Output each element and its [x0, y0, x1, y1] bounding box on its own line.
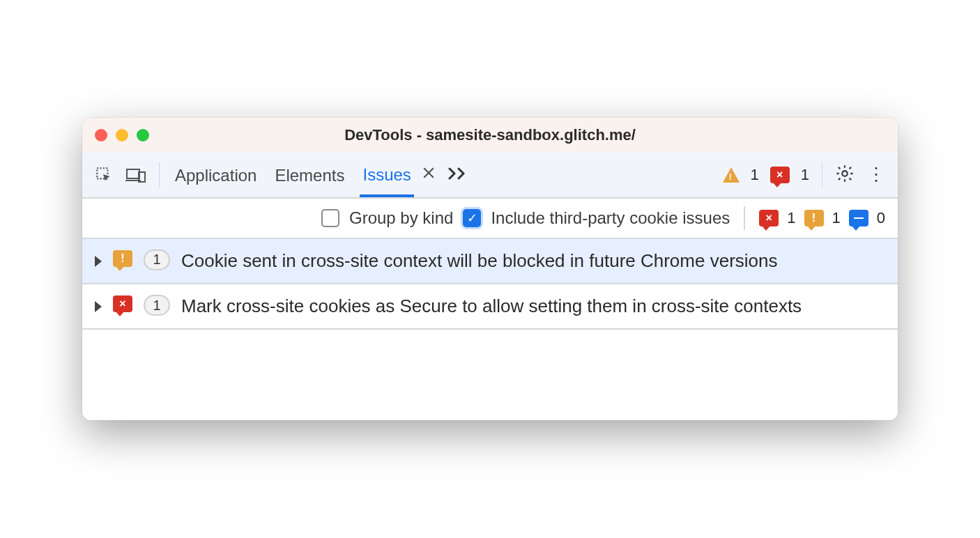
devtools-window: DevTools - samesite-sandbox.glitch.me/ A…: [82, 118, 898, 420]
info-icon: [849, 210, 868, 226]
settings-icon[interactable]: [835, 164, 855, 186]
include-third-party-checkbox[interactable]: ✓: [463, 209, 481, 227]
error-icon: ×: [759, 210, 779, 226]
tab-application[interactable]: Application: [172, 153, 259, 197]
issue-list: ! 1 Cookie sent in cross-site context wi…: [82, 239, 898, 330]
issue-counts[interactable]: 1 × 1: [723, 166, 810, 184]
filter-divider: [744, 206, 745, 230]
window-titlebar: DevTools - samesite-sandbox.glitch.me/: [82, 118, 898, 153]
devtools-toolbar: Application Elements Issues 1 × 1 ⋮: [82, 153, 898, 199]
window-maximize-button[interactable]: [137, 129, 149, 141]
group-by-kind-checkbox[interactable]: [321, 209, 339, 227]
warning-count-filter: 1: [832, 209, 841, 227]
traffic-lights: [95, 129, 149, 141]
include-third-party-label[interactable]: Include third-party cookie issues: [491, 208, 730, 228]
issue-count-pill: 1: [144, 295, 170, 316]
toolbar-divider: [159, 162, 160, 187]
issue-row[interactable]: ! 1 Cookie sent in cross-site context wi…: [82, 239, 898, 284]
warning-icon: !: [804, 210, 824, 226]
error-icon: ×: [770, 167, 790, 183]
issues-filter-bar: Group by kind ✓ Include third-party cook…: [82, 199, 898, 239]
error-count-filter: 1: [787, 209, 795, 227]
tab-elements[interactable]: Elements: [272, 153, 347, 197]
issue-severity-icon: !: [113, 250, 132, 270]
issue-row[interactable]: × 1 Mark cross-site cookies as Secure to…: [82, 284, 898, 330]
issue-title: Mark cross-site cookies as Secure to all…: [181, 294, 802, 318]
window-close-button[interactable]: [95, 129, 107, 141]
severity-counts[interactable]: × 1 ! 1 0: [759, 209, 885, 227]
toolbar-divider: [822, 162, 822, 187]
svg-rect-1: [127, 169, 139, 178]
inspect-element-icon[interactable]: [95, 166, 113, 184]
warning-icon: [723, 167, 740, 183]
window-title: DevTools - samesite-sandbox.glitch.me/: [82, 126, 898, 144]
error-count: 1: [801, 166, 809, 184]
group-by-kind-label[interactable]: Group by kind: [349, 208, 453, 228]
more-options-icon[interactable]: ⋮: [867, 164, 885, 185]
disclosure-triangle-icon[interactable]: [95, 301, 102, 312]
disclosure-triangle-icon[interactable]: [95, 256, 102, 267]
info-count-filter: 0: [877, 209, 885, 227]
issue-count-pill: 1: [144, 249, 170, 270]
tab-issues[interactable]: Issues: [360, 153, 413, 197]
issue-title: Cookie sent in cross-site context will b…: [181, 249, 778, 273]
warning-count: 1: [751, 166, 759, 184]
empty-space: [82, 330, 898, 420]
close-tab-icon[interactable]: [422, 167, 435, 183]
more-tabs-icon[interactable]: [447, 167, 468, 183]
issue-severity-icon: ×: [113, 295, 132, 315]
device-toggle-icon[interactable]: [125, 166, 146, 184]
window-minimize-button[interactable]: [116, 129, 128, 141]
svg-point-6: [842, 171, 847, 176]
